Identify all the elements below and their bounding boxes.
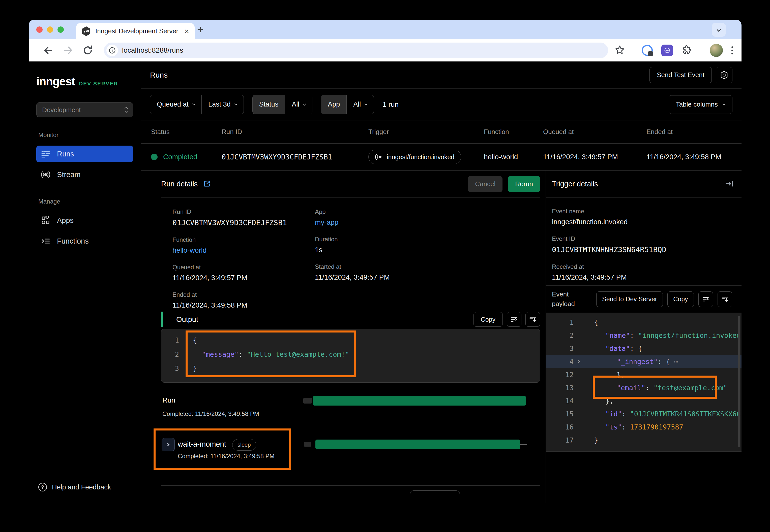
browser-tab[interactable]: Inngest Development Server ×	[76, 23, 195, 39]
help-and-feedback[interactable]: ? Help and Feedback	[36, 483, 133, 491]
extensions-puzzle-button[interactable]	[682, 45, 692, 56]
payload-scrollbar[interactable]	[738, 316, 740, 447]
tab-strip: Inngest Development Server × +	[29, 20, 742, 39]
function-link[interactable]: hello-world	[172, 246, 315, 254]
table-columns-button[interactable]: Table columns	[669, 95, 732, 114]
open-in-new-icon[interactable]	[203, 180, 211, 188]
chevron-right-icon	[166, 443, 169, 446]
column-header-ended-at[interactable]: Ended at	[647, 128, 742, 136]
wrap-text-icon	[510, 316, 518, 323]
output-expand-button[interactable]	[525, 312, 540, 327]
timeline-run-label: Run	[162, 396, 175, 404]
cancel-button[interactable]: Cancel	[468, 176, 502, 192]
sidebar-item-label: Functions	[57, 237, 89, 245]
run-timeline: Run Completed: 11/16/2024, 3:49:58 PM wa…	[161, 383, 540, 485]
send-test-event-button[interactable]: Send Test Event	[650, 67, 712, 83]
column-header-function[interactable]: Function	[484, 128, 543, 136]
event-id-value: 01JCVBTMTKNHNHZ3SN64R51BQD	[552, 245, 742, 254]
step-expand-button[interactable]	[161, 438, 175, 451]
step-name: wait-a-moment	[178, 440, 226, 448]
payload-wrap-lines-button[interactable]	[698, 291, 713, 307]
column-header-trigger[interactable]: Trigger	[368, 128, 484, 136]
line-number: 13	[546, 384, 573, 392]
bookmark-star-button[interactable]	[614, 44, 625, 56]
app-filter-value: All	[353, 101, 361, 108]
site-info-icon[interactable]	[106, 45, 118, 56]
zoom-window-button[interactable]	[57, 26, 64, 33]
status-filter-value: All	[292, 101, 299, 108]
purple-extension-icon[interactable]	[661, 45, 673, 56]
row-queued-at: 11/16/2024, 3:49:57 PM	[543, 153, 647, 161]
workspace-select-value: Development	[42, 106, 81, 114]
address-bar[interactable]: localhost:8288/runs	[104, 43, 608, 58]
tab-close-icon[interactable]: ×	[184, 27, 189, 35]
payload-expand-button[interactable]	[718, 291, 732, 307]
payload-copy-button[interactable]: Copy	[667, 291, 694, 307]
sidebar-item-runs[interactable]: Runs	[36, 146, 133, 162]
unfold-lines-icon	[721, 296, 728, 303]
trigger-details-panel: Trigger details Event name inngest/funct…	[545, 171, 742, 503]
puzzle-icon	[682, 45, 692, 55]
window-controls	[36, 26, 64, 33]
run-duration-bar[interactable]	[313, 396, 526, 406]
run-details-footer	[161, 485, 540, 503]
queued-at-label: Queued at	[172, 264, 315, 271]
collapse-panel-button[interactable]	[725, 179, 734, 189]
run-details-panel: Run details Cancel Rerun Run ID 01JCVBT	[141, 171, 545, 503]
password-manager-extension-icon[interactable]	[642, 45, 653, 56]
send-to-dev-server-button[interactable]: Send to Dev Server	[596, 291, 663, 307]
table-row[interactable]: Completed 01JCVBTMV3WXY9D3CFDEJFZSB1 inn…	[141, 144, 742, 170]
output-wrap-lines-button[interactable]	[507, 312, 521, 327]
step-duration-bar[interactable]	[315, 440, 520, 449]
sidebar-item-stream[interactable]: Stream	[36, 166, 133, 183]
status-filter-label: Status	[253, 95, 285, 114]
column-header-queued-at[interactable]: Queued at	[543, 128, 647, 136]
rerun-button[interactable]: Rerun	[508, 176, 540, 192]
browser-menu-button[interactable]	[731, 46, 733, 54]
tab-search-button[interactable]	[712, 23, 726, 37]
collapsed-ellipsis[interactable]: ⋯	[670, 358, 678, 365]
column-header-run-id[interactable]: Run ID	[222, 128, 368, 136]
forward-button[interactable]	[61, 45, 75, 56]
trigger-event-name: inngest/function.invoked	[387, 153, 454, 161]
status-filter-dropdown[interactable]: All	[285, 95, 312, 114]
partial-bottom-button[interactable]	[410, 490, 460, 503]
sidebar: inngest DEV SERVER Development Monitor R…	[29, 61, 141, 503]
run-queue-segment	[303, 398, 312, 404]
back-arrow-icon	[43, 45, 54, 56]
dev-server-badge: DEV SERVER	[79, 81, 118, 87]
extension-icons	[642, 44, 733, 57]
inngest-app: inngest DEV SERVER Development Monitor R…	[29, 61, 742, 503]
back-button[interactable]	[42, 45, 55, 56]
duration-value: 1s	[315, 246, 540, 254]
time-range-dropdown[interactable]: Last 3d	[202, 95, 244, 114]
table-header-row: Status Run ID Trigger Function Queued at…	[141, 120, 742, 144]
minimize-window-button[interactable]	[47, 26, 53, 33]
status-filter: Status All	[252, 95, 313, 114]
output-copy-button[interactable]: Copy	[473, 312, 503, 327]
fold-chevron-icon[interactable]	[576, 360, 580, 363]
page-header: Runs Send Test Event	[141, 61, 742, 89]
trigger-event-pill[interactable]: inngest/function.invoked	[368, 150, 461, 164]
step-completed-text: Completed: 11/16/2024, 3:49:58 PM	[178, 453, 275, 460]
new-tab-button[interactable]: +	[197, 23, 204, 36]
sidebar-item-apps[interactable]: Apps	[36, 212, 133, 229]
workspace-select[interactable]: Development	[36, 102, 133, 117]
star-icon	[614, 44, 625, 55]
row-run-id: 01JCVBTMV3WXY9D3CFDEJFZSB1	[222, 153, 368, 161]
reload-button[interactable]	[81, 45, 94, 56]
app-filter-dropdown[interactable]: All	[346, 95, 374, 114]
received-at-label: Received at	[552, 263, 742, 270]
profile-avatar[interactable]	[710, 44, 723, 57]
help-label: Help and Feedback	[52, 483, 111, 491]
collapsed-json-row[interactable]: 4 "_inngest": { ⋯	[546, 355, 742, 368]
line-number: 3	[161, 364, 179, 372]
inngest-favicon-icon	[82, 26, 91, 36]
close-window-button[interactable]	[36, 26, 43, 33]
settings-button[interactable]	[716, 67, 732, 83]
app-link[interactable]: my-app	[315, 218, 540, 226]
column-header-status[interactable]: Status	[141, 128, 222, 136]
ended-at-label: Ended at	[172, 291, 315, 298]
sidebar-item-functions[interactable]: Functions	[36, 233, 133, 249]
time-field-dropdown[interactable]: Queued at	[150, 95, 202, 114]
